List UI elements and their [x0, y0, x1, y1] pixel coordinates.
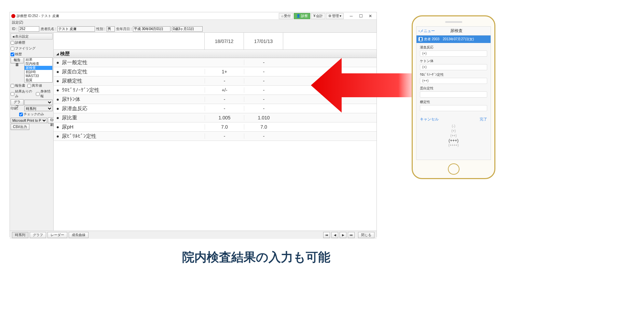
test-name: 尿潜血反応: [62, 105, 205, 112]
close-panel-button[interactable]: 閉じる: [358, 232, 374, 238]
tab-growth[interactable]: 成長曲線: [69, 232, 88, 238]
phone-form-item: 糖定性: [420, 100, 487, 111]
chk-filing-box[interactable]: [11, 47, 14, 50]
chk-chart-box[interactable]: [11, 41, 14, 45]
settings-menu[interactable]: 設定(Z): [12, 20, 23, 25]
chk-chart[interactable]: 診療歴: [11, 40, 53, 45]
tab-radar[interactable]: レーダー: [47, 232, 67, 238]
minimize-button[interactable]: ─: [346, 13, 356, 19]
report-button[interactable]: 報告書: [11, 57, 24, 63]
reception-button[interactable]: ⌂受付: [279, 13, 293, 19]
csv-export-button[interactable]: CSV出力: [11, 124, 29, 130]
picker-option[interactable]: (++++): [416, 143, 491, 148]
test-value: 1.005: [205, 115, 244, 120]
chk-history[interactable]: 検歴: [11, 52, 53, 57]
graph-label[interactable]: グラフ: [11, 99, 24, 105]
chevron-left-icon: ◀: [12, 35, 14, 38]
field-value[interactable]: [420, 105, 487, 111]
chk-report[interactable]: 報告書: [11, 83, 25, 88]
graph-select[interactable]: [24, 100, 53, 105]
name-label: 患者氏名 :: [41, 27, 56, 31]
dob-field[interactable]: [133, 26, 170, 32]
bullet-icon: ●: [54, 97, 62, 102]
sex-field[interactable]: [107, 26, 115, 32]
age-field[interactable]: [172, 26, 203, 32]
phone-home-button[interactable]: [448, 163, 460, 175]
field-value[interactable]: (++): [420, 78, 487, 84]
date-col-0[interactable]: 18/07/12: [205, 33, 244, 49]
nav-next[interactable]: ▶: [340, 232, 346, 238]
print-mode-select[interactable]: 時系列: [24, 106, 53, 111]
list-item[interactable]: 結果: [25, 58, 52, 62]
tab-graph[interactable]: グラフ: [30, 232, 46, 238]
nav-last[interactable]: ⏭: [348, 232, 355, 238]
test-value: -: [244, 87, 283, 93]
close-button[interactable]: ✕: [366, 13, 375, 19]
test-value: -: [244, 97, 283, 102]
svg-marker-0: [311, 58, 420, 113]
picker-option[interactable]: (++): [416, 133, 491, 138]
print-mode-row: 印刷: 時系列: [11, 106, 53, 111]
date-header-row: 18/07/12 17/01/13: [54, 33, 376, 50]
list-item[interactable]: 肝機能: [25, 82, 52, 83]
chk-checkonly[interactable]: チェックのみ: [11, 112, 53, 117]
phone-speaker: [445, 21, 462, 23]
table-row[interactable]: ●尿比重1.0051.010: [54, 113, 376, 122]
account-button[interactable]: ¥会計: [311, 13, 325, 19]
bullet-icon: ●: [54, 69, 62, 74]
maximize-button[interactable]: ☐: [356, 13, 366, 19]
manage-button[interactable]: ⚙管理▾: [326, 13, 344, 19]
field-label: 糖定性: [420, 100, 487, 104]
report-listbox[interactable]: 結果院内検査尿検査初診時MAST33脂質肝機能: [24, 57, 53, 83]
chk-abnormal[interactable]: 異常値: [27, 83, 42, 88]
date-col-1[interactable]: 17/01/13: [244, 33, 283, 49]
table-row[interactable]: ●尿ﾋﾞﾘﾙﾋﾞﾝ定性--: [54, 132, 376, 141]
exam-button[interactable]: 👤診察: [294, 13, 310, 19]
list-item[interactable]: MAST33: [25, 74, 52, 78]
phone-picker[interactable]: (-)(+)(++)(+++)(++++): [416, 123, 491, 148]
phone-patient-bar: 👤 患者 2003 2013年07月27日(女): [416, 35, 491, 43]
chk-resultonly[interactable]: 結果ありのみ: [11, 89, 34, 99]
id-field[interactable]: [19, 26, 39, 32]
chk-history-box[interactable]: [11, 53, 14, 56]
field-value[interactable]: (+): [420, 64, 487, 70]
test-name: 尿比重: [62, 115, 205, 121]
app-icon: [11, 14, 15, 18]
field-value[interactable]: [420, 91, 487, 98]
tab-timeseries[interactable]: 時系列: [12, 232, 28, 238]
list-item[interactable]: 尿検査: [25, 66, 52, 70]
titlebar: 診療歴 ID:252 - テスト 皮膚 ⌂受付 👤診察 ¥会計 ⚙管理▾ ─ ☐…: [10, 12, 376, 20]
window-controls: ─ ☐ ✕: [346, 13, 375, 19]
test-name: ｳﾛﾋﾞﾘﾉｰｹﾞﾝ定性: [62, 87, 205, 93]
gear-icon: ⚙: [328, 14, 331, 18]
phone-cancel-button[interactable]: キャンセル: [420, 117, 439, 122]
list-item[interactable]: 脂質: [25, 78, 52, 82]
triangle-down-icon: ◢: [56, 52, 59, 56]
nav-prev[interactable]: ◀: [331, 232, 338, 238]
picker-option[interactable]: (+): [416, 129, 491, 133]
chk-filing[interactable]: ファイリング: [11, 46, 53, 51]
menu-bar: 設定(Z): [10, 20, 376, 25]
window-title: 診療歴 ID:252 - テスト 皮膚: [17, 14, 279, 18]
patient-info-bar: ID : 患者氏名 : 性別 : 生年月日 :: [10, 25, 376, 33]
picker-option[interactable]: (+++): [416, 138, 491, 143]
chevron-down-icon: ▾: [340, 14, 341, 18]
titlebar-tools: ⌂受付 👤診察 ¥会計 ⚙管理▾: [279, 13, 344, 19]
printer-select[interactable]: Microsoft Print to P: [11, 118, 47, 123]
bullet-icon: ●: [54, 106, 62, 111]
list-item[interactable]: 院内検査: [25, 62, 52, 66]
name-field[interactable]: [57, 26, 95, 32]
picker-option[interactable]: (-): [416, 124, 491, 129]
phone-done-button[interactable]: 完了: [480, 117, 487, 122]
phone-title: 尿検査: [425, 28, 489, 34]
test-name: 尿pH: [62, 124, 205, 130]
table-row[interactable]: ●尿pH7.07.0: [54, 122, 376, 132]
nav-first[interactable]: ⏮: [323, 232, 330, 238]
display-settings-header[interactable]: ◀表示設定: [11, 33, 53, 40]
chk-body[interactable]: 身体情報: [36, 89, 53, 99]
phone-form-item: ケトン体(+): [420, 59, 487, 70]
test-value: -: [205, 78, 244, 84]
field-value[interactable]: (+): [420, 50, 487, 57]
printer-row: Microsoft Print to P 印刷: [11, 117, 53, 123]
list-item[interactable]: 初診時: [25, 70, 52, 74]
